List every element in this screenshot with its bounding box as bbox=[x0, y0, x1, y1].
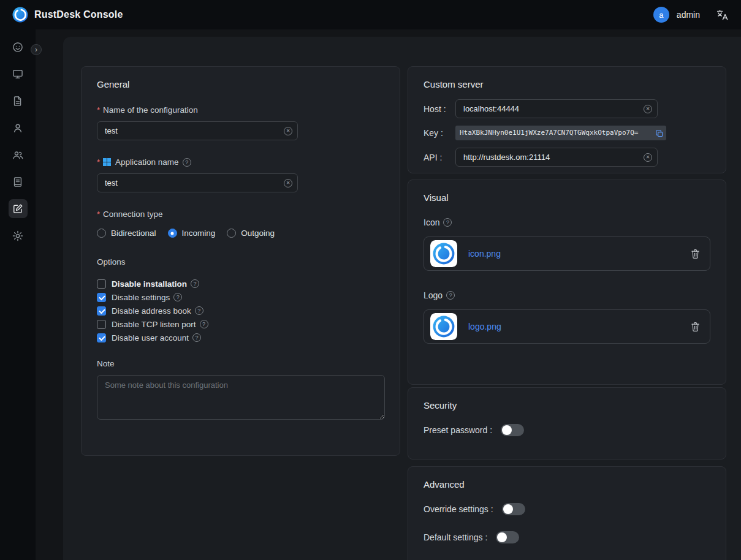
sidebar-item-configurations[interactable] bbox=[9, 199, 28, 218]
chevron-right-icon: › bbox=[35, 45, 37, 55]
sidebar-item-dashboard[interactable] bbox=[9, 37, 28, 56]
override-settings-label: Override settings : bbox=[424, 504, 493, 514]
clear-icon[interactable]: ✕ bbox=[284, 127, 292, 135]
note-textarea[interactable] bbox=[97, 375, 385, 420]
default-settings-label: Default settings : bbox=[424, 532, 487, 542]
advanced-title: Advanced bbox=[424, 479, 710, 490]
connection-type-label: Connection type bbox=[103, 210, 163, 219]
help-icon[interactable]: ? bbox=[173, 293, 182, 301]
application-name-label: Application name bbox=[115, 157, 179, 167]
sidebar-item-logs[interactable] bbox=[9, 172, 28, 191]
translate-icon[interactable] bbox=[716, 9, 729, 21]
logo-label: Logo bbox=[424, 290, 443, 300]
checkbox-icon bbox=[97, 306, 106, 316]
api-field: ✕ bbox=[455, 148, 658, 167]
options-list: Disable installation ? Disable settings … bbox=[97, 277, 384, 344]
checkbox-icon bbox=[97, 279, 106, 289]
radio-incoming[interactable]: Incoming bbox=[168, 229, 216, 238]
top-bar: RustDesk Console a admin bbox=[0, 0, 741, 29]
help-icon[interactable]: ? bbox=[195, 306, 203, 315]
visual-card: Visual Icon ? icon.png bbox=[408, 180, 726, 385]
checkbox-disable-settings[interactable]: Disable settings ? bbox=[97, 290, 384, 304]
config-name-label: Name of the configuration bbox=[103, 105, 198, 115]
application-name-input[interactable] bbox=[97, 173, 298, 192]
trash-icon[interactable] bbox=[691, 322, 700, 332]
preset-password-toggle[interactable] bbox=[501, 424, 524, 436]
application-name-field: ✕ bbox=[97, 173, 298, 192]
key-value: HtaXBkJNHyn0e1U1jWXze7A7CN7QTGWqxkOtpaVp… bbox=[460, 129, 638, 137]
help-icon[interactable]: ? bbox=[200, 320, 208, 328]
config-name-input[interactable] bbox=[97, 121, 298, 140]
icon-label: Icon bbox=[424, 218, 439, 227]
visual-title: Visual bbox=[424, 192, 710, 203]
key-field[interactable]: HtaXBkJNHyn0e1U1jWXze7A7CN7QTGWqxkOtpaVp… bbox=[455, 126, 666, 140]
logo-thumbnail bbox=[430, 313, 457, 340]
copy-icon[interactable] bbox=[655, 129, 664, 140]
clear-icon[interactable]: ✕ bbox=[284, 179, 292, 187]
sidebar-item-settings[interactable] bbox=[9, 226, 28, 245]
clear-icon[interactable]: ✕ bbox=[644, 105, 652, 113]
connection-type-group: Bidirectional Incoming Outgoing bbox=[97, 229, 384, 238]
sidebar-expand-button[interactable]: › bbox=[31, 44, 42, 55]
options-label: Options bbox=[97, 257, 126, 267]
help-icon[interactable]: ? bbox=[183, 158, 191, 167]
checkbox-disable-user-account[interactable]: Disable user account ? bbox=[97, 331, 384, 344]
help-icon[interactable]: ? bbox=[446, 291, 455, 300]
security-title: Security bbox=[424, 400, 710, 411]
host-field: ✕ bbox=[455, 99, 658, 118]
icon-file-box: icon.png bbox=[424, 236, 710, 271]
security-card: Security Preset password : bbox=[408, 387, 726, 460]
checkbox-icon bbox=[97, 320, 106, 329]
custom-server-card: Custom server Host : ✕ Key : HtaXBkJNHyn… bbox=[408, 66, 726, 173]
override-settings-toggle[interactable] bbox=[502, 503, 525, 515]
help-icon[interactable]: ? bbox=[191, 279, 199, 288]
smiley-icon bbox=[12, 41, 24, 53]
sidebar-item-documents[interactable] bbox=[9, 91, 28, 110]
help-icon[interactable]: ? bbox=[443, 218, 452, 227]
trash-icon[interactable] bbox=[691, 249, 700, 259]
logo-file-box: logo.png bbox=[424, 309, 710, 344]
preset-password-label: Preset password : bbox=[424, 425, 492, 435]
users-icon bbox=[12, 149, 24, 161]
required-asterisk: * bbox=[97, 157, 100, 167]
monitor-icon bbox=[12, 68, 24, 80]
windows-logo-icon bbox=[103, 158, 111, 166]
radio-bidirectional[interactable]: Bidirectional bbox=[97, 229, 156, 238]
notebook-icon bbox=[12, 176, 24, 188]
radio-icon bbox=[97, 229, 106, 238]
custom-server-title: Custom server bbox=[424, 79, 710, 89]
edit-icon bbox=[12, 203, 24, 215]
config-name-field: ✕ bbox=[97, 121, 298, 140]
sidebar-item-groups[interactable] bbox=[9, 145, 28, 164]
icon-thumbnail bbox=[430, 240, 457, 267]
gear-icon bbox=[12, 230, 24, 242]
key-label: Key : bbox=[424, 128, 455, 138]
general-title: General bbox=[97, 79, 384, 89]
required-asterisk: * bbox=[97, 105, 100, 115]
brand: RustDesk Console bbox=[12, 7, 123, 23]
radio-outgoing[interactable]: Outgoing bbox=[227, 229, 275, 238]
radio-icon bbox=[168, 229, 177, 238]
required-asterisk: * bbox=[97, 210, 100, 219]
sidebar-item-users[interactable] bbox=[9, 118, 28, 137]
host-input[interactable] bbox=[455, 99, 658, 118]
help-icon[interactable]: ? bbox=[192, 333, 201, 342]
checkbox-disable-tcp-listen-port[interactable]: Disable TCP listen port ? bbox=[97, 317, 384, 331]
api-label: API : bbox=[424, 153, 455, 162]
user-icon bbox=[12, 122, 24, 134]
sidebar-item-devices[interactable] bbox=[9, 64, 28, 83]
default-settings-toggle[interactable] bbox=[496, 531, 519, 543]
host-label: Host : bbox=[424, 104, 455, 114]
username[interactable]: admin bbox=[677, 10, 700, 20]
logo-file-link[interactable]: logo.png bbox=[468, 322, 501, 331]
document-icon bbox=[12, 95, 24, 107]
checkbox-disable-installation[interactable]: Disable installation ? bbox=[97, 277, 384, 290]
clear-icon[interactable]: ✕ bbox=[644, 153, 652, 162]
api-input[interactable] bbox=[455, 148, 658, 167]
main-content: General * Name of the configuration ✕ * … bbox=[63, 37, 741, 560]
icon-file-link[interactable]: icon.png bbox=[468, 249, 501, 259]
checkbox-icon bbox=[97, 293, 106, 302]
checkbox-disable-address-book[interactable]: Disable address book ? bbox=[97, 304, 384, 317]
radio-icon bbox=[227, 229, 236, 238]
avatar[interactable]: a bbox=[653, 7, 669, 23]
